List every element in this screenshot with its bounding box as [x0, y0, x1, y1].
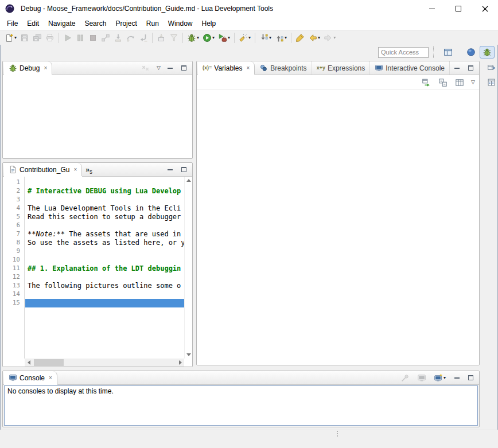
- view-menu-icon[interactable]: ▽: [157, 65, 161, 71]
- editor-line[interactable]: Read this section to setup a debugger: [25, 213, 184, 221]
- pin-console-button: [399, 372, 411, 384]
- scroll-up-icon[interactable]: [186, 179, 191, 182]
- close-icon[interactable]: ×: [49, 375, 52, 381]
- markdown-file-icon: [9, 165, 17, 174]
- editor-line[interactable]: So use the assets as listed here, or y: [25, 239, 184, 247]
- editor-line[interactable]: [25, 196, 184, 204]
- tab-label: Console: [20, 374, 45, 382]
- editor-line[interactable]: [25, 221, 184, 230]
- step-into-button: [112, 32, 124, 44]
- menu-item-file[interactable]: File: [2, 17, 22, 30]
- close-icon[interactable]: ×: [246, 65, 250, 71]
- editor-line[interactable]: [25, 256, 184, 264]
- line-number: 13: [3, 282, 24, 290]
- view-menu-icon[interactable]: ▽: [471, 80, 475, 85]
- editor-horizontal-scrollbar[interactable]: [25, 359, 184, 367]
- debug-button[interactable]: ▾: [186, 32, 200, 44]
- menu-item-run[interactable]: Run: [142, 17, 164, 30]
- show-logical-structure-button[interactable]: [421, 76, 432, 89]
- restore-views-button[interactable]: [486, 62, 496, 72]
- quick-access-input[interactable]: [378, 47, 429, 58]
- menu-item-search[interactable]: Search: [80, 17, 111, 30]
- maximize-view-button[interactable]: [466, 373, 475, 383]
- back-button[interactable]: ▾: [307, 32, 321, 44]
- editor-tab-overflow[interactable]: » 5: [82, 163, 96, 176]
- minimize-view-button[interactable]: [165, 165, 174, 174]
- editor-line[interactable]: [25, 299, 184, 307]
- editor-line[interactable]: [25, 178, 184, 187]
- debug-view-toolbar: [139, 62, 152, 75]
- maximize-view-button[interactable]: [179, 64, 188, 73]
- maximize-icon: [468, 65, 473, 71]
- editor-text-area[interactable]: # Interactive DEBUG using Lua DevelopThe…: [25, 177, 184, 359]
- tab-variables[interactable]: (x)=Variables×: [198, 61, 255, 75]
- scroll-right-icon: [179, 360, 182, 365]
- minimize-view-button[interactable]: [452, 373, 461, 383]
- scrollbar-thumb[interactable]: [34, 359, 64, 366]
- scroll-left-button[interactable]: [25, 359, 33, 367]
- editor-vertical-scrollbar[interactable]: [184, 177, 192, 359]
- minimize-view-button[interactable]: [165, 64, 174, 73]
- tab-interactive-console[interactable]: Interactive Console: [370, 61, 450, 75]
- menu-item-project[interactable]: Project: [111, 17, 141, 30]
- editor-line[interactable]: The Lua Development Tools in the Ecli: [25, 204, 184, 213]
- editor-line[interactable]: # Interactive DEBUG using Lua Develop: [25, 187, 184, 196]
- open-perspective-button[interactable]: [441, 46, 456, 59]
- menu-item-window[interactable]: Window: [164, 17, 197, 30]
- next-annotation-button[interactable]: ▾: [258, 32, 273, 44]
- collapse-all-button[interactable]: [437, 76, 449, 89]
- close-icon: [482, 6, 488, 12]
- maximize-view-button[interactable]: [466, 64, 475, 73]
- minimized-view-trim: [485, 62, 497, 87]
- editor-line[interactable]: [25, 247, 184, 256]
- editor-line[interactable]: ## 1. Explanation of the LDT debuggin: [25, 264, 184, 273]
- scroll-down-icon[interactable]: [186, 353, 191, 356]
- tab-debug[interactable]: Debug ×: [4, 61, 52, 75]
- line-number: 1: [3, 178, 24, 187]
- external-tools-button[interactable]: ▾: [217, 32, 231, 44]
- toolbar-separator: [433, 46, 436, 58]
- debug-perspective-button[interactable]: [480, 46, 495, 59]
- last-edit-location-button[interactable]: [294, 32, 306, 44]
- new-wizard-button[interactable]: ▾: [3, 32, 18, 44]
- close-icon[interactable]: ×: [44, 65, 47, 71]
- previous-annotation-button[interactable]: ▾: [274, 32, 288, 44]
- minimize-icon: [168, 67, 173, 69]
- line-text: The following pictures outline some o: [28, 282, 181, 290]
- line-text: **Note:**: [28, 230, 65, 238]
- debug-view: Debug × ▽: [2, 61, 193, 159]
- menu-item-navigate[interactable]: Navigate: [44, 17, 80, 30]
- sash-grip[interactable]: [337, 431, 338, 437]
- line-text: The Lua Development Tools in the Ecli: [28, 204, 181, 212]
- menu-item-edit[interactable]: Edit: [22, 17, 44, 30]
- bug-icon: [483, 48, 492, 57]
- editor-line[interactable]: [25, 273, 184, 282]
- minimize-window-button[interactable]: [419, 0, 445, 17]
- maximize-view-button[interactable]: [179, 165, 188, 174]
- tab-console[interactable]: Console ×: [4, 371, 57, 384]
- editor-line[interactable]: [25, 290, 184, 299]
- close-icon[interactable]: ×: [73, 167, 77, 173]
- menu-item-help[interactable]: Help: [197, 17, 221, 30]
- tab-breakpoints[interactable]: Breakpoints: [255, 61, 312, 75]
- open-console-button[interactable]: ▾: [433, 372, 447, 384]
- editor-line[interactable]: **Note:** The assets that are used in: [25, 230, 184, 239]
- tab-expressions[interactable]: x+yExpressions: [312, 61, 371, 75]
- minimize-view-button[interactable]: [452, 64, 461, 73]
- tab-label: Debug: [20, 64, 40, 72]
- ann-prev-icon: [275, 33, 284, 42]
- show-columns-button[interactable]: [454, 76, 465, 89]
- step-over-icon: [126, 33, 135, 42]
- console-message: No consoles to display at this time.: [5, 386, 477, 396]
- minimized-view-button[interactable]: [486, 77, 496, 87]
- maximize-window-button[interactable]: [445, 0, 472, 17]
- disconnect-icon: [101, 33, 110, 42]
- editor-line[interactable]: The following pictures outline some o: [25, 282, 184, 290]
- tab-contribution-guide[interactable]: Contribution_Gu ×: [4, 163, 82, 176]
- close-window-button[interactable]: [472, 0, 498, 17]
- scroll-right-button[interactable]: [176, 359, 184, 367]
- run-button[interactable]: ▾: [201, 32, 216, 44]
- ldt-perspective-button[interactable]: [464, 46, 478, 59]
- minimize-icon: [168, 169, 173, 170]
- search-button[interactable]: ▾: [238, 32, 252, 44]
